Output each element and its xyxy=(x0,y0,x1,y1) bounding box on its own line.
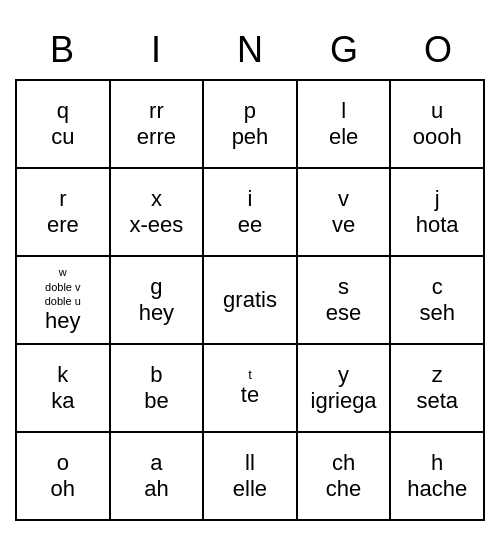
cell-bottom: be xyxy=(144,388,168,414)
cell-bottom: te xyxy=(241,382,259,408)
cell-bottom: hota xyxy=(416,212,459,238)
cell-top: t xyxy=(248,367,252,382)
cell-bottom: seh xyxy=(419,300,454,326)
cell-bottom: hey xyxy=(139,300,174,326)
cell-r1-c0: rere xyxy=(17,169,111,257)
cell-top: o xyxy=(57,450,69,476)
cell-top: h xyxy=(431,450,443,476)
cell-top: c xyxy=(432,274,443,300)
cell-top: ll xyxy=(245,450,255,476)
cell-r3-c4: zseta xyxy=(391,345,485,433)
bingo-card: B I N G O qcurrerreppehleleuooohrerexx-e… xyxy=(15,23,485,521)
cell-bottom: elle xyxy=(233,476,267,502)
cell-bottom: hache xyxy=(407,476,467,502)
cell-top: i xyxy=(248,186,253,212)
cell-bottom: erre xyxy=(137,124,176,150)
cell-top: x xyxy=(151,186,162,212)
cell-top: j xyxy=(435,186,440,212)
cell-r2-c4: cseh xyxy=(391,257,485,345)
title-g: G xyxy=(300,29,388,71)
cell-bottom: oooh xyxy=(413,124,462,150)
cell-r0-c4: uoooh xyxy=(391,81,485,169)
cell-bottom: cu xyxy=(51,124,74,150)
cell-bottom: x-ees xyxy=(129,212,183,238)
cell-top: a xyxy=(150,450,162,476)
cell-top: r xyxy=(59,186,66,212)
cell-r3-c1: bbe xyxy=(111,345,205,433)
cell-r0-c2: ppeh xyxy=(204,81,298,169)
cell-r0-c1: rrerre xyxy=(111,81,205,169)
cell-bottom: ve xyxy=(332,212,355,238)
cell-r2-c0: wdoble vdoble uhey xyxy=(17,257,111,345)
cell-r4-c3: chche xyxy=(298,433,392,521)
cell-r4-c1: aah xyxy=(111,433,205,521)
cell-bottom: ee xyxy=(238,212,262,238)
cell-r2-c2: gratis xyxy=(204,257,298,345)
cell-r4-c2: llelle xyxy=(204,433,298,521)
cell-bottom: oh xyxy=(51,476,75,502)
cell-top: q xyxy=(57,98,69,124)
cell-top: s xyxy=(338,274,349,300)
bingo-title: B I N G O xyxy=(15,23,485,79)
cell-top: p xyxy=(244,98,256,124)
cell-r3-c2: tte xyxy=(204,345,298,433)
title-i: I xyxy=(112,29,200,71)
cell-top: rr xyxy=(149,98,164,124)
cell-bottom: ele xyxy=(329,124,358,150)
cell-bottom: ah xyxy=(144,476,168,502)
cell-top: v xyxy=(338,186,349,212)
cell-r3-c3: yigriega xyxy=(298,345,392,433)
cell-text: gratis xyxy=(223,287,277,313)
cell-top: z xyxy=(432,362,443,388)
cell-r3-c0: kka xyxy=(17,345,111,433)
cell-small-top: wdoble vdoble u xyxy=(45,265,81,308)
cell-bottom: hey xyxy=(45,308,80,334)
cell-r4-c0: ooh xyxy=(17,433,111,521)
cell-top: y xyxy=(338,362,349,388)
cell-bottom: peh xyxy=(232,124,269,150)
cell-r1-c2: iee xyxy=(204,169,298,257)
cell-top: ch xyxy=(332,450,355,476)
cell-top: u xyxy=(431,98,443,124)
cell-r1-c3: vve xyxy=(298,169,392,257)
cell-r2-c3: sese xyxy=(298,257,392,345)
cell-bottom: igriega xyxy=(311,388,377,414)
cell-top: l xyxy=(341,98,346,124)
cell-bottom: ka xyxy=(51,388,74,414)
bingo-grid: qcurrerreppehleleuooohrerexx-eesieevvejh… xyxy=(15,79,485,521)
title-b: B xyxy=(18,29,106,71)
cell-r0-c3: lele xyxy=(298,81,392,169)
cell-top: g xyxy=(150,274,162,300)
cell-top: k xyxy=(57,362,68,388)
title-o: O xyxy=(394,29,482,71)
cell-bottom: che xyxy=(326,476,361,502)
title-n: N xyxy=(206,29,294,71)
cell-r0-c0: qcu xyxy=(17,81,111,169)
cell-top: b xyxy=(150,362,162,388)
cell-r2-c1: ghey xyxy=(111,257,205,345)
cell-r1-c4: jhota xyxy=(391,169,485,257)
cell-bottom: seta xyxy=(416,388,458,414)
cell-r1-c1: xx-ees xyxy=(111,169,205,257)
cell-bottom: ese xyxy=(326,300,361,326)
cell-bottom: ere xyxy=(47,212,79,238)
cell-r4-c4: hhache xyxy=(391,433,485,521)
